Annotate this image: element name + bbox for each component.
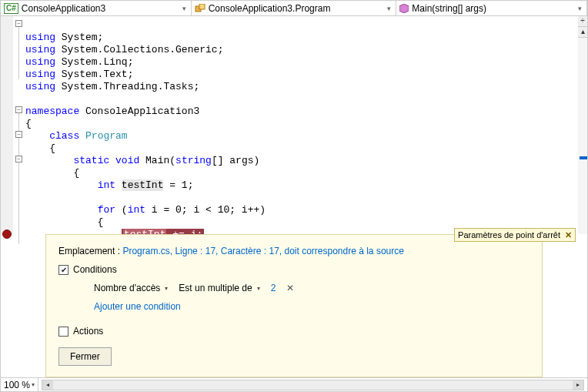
condition-op-combo[interactable]: Est un multiple de ▾ — [179, 283, 259, 293]
conditions-checkbox[interactable]: ✔ — [58, 265, 68, 275]
scroll-left-icon[interactable]: ◂ — [42, 380, 53, 390]
editor-footer: 100 % ▾ ◂ ▸ — [1, 377, 587, 391]
overview-ruler[interactable]: ÷ ▴ — [578, 16, 587, 234]
outline-gutter[interactable]: − − − − — [13, 16, 25, 234]
code-editor[interactable]: using System; using System.Collections.G… — [25, 16, 578, 234]
fold-box-icon[interactable]: − — [15, 106, 22, 113]
svg-marker-2 — [399, 4, 409, 13]
chevron-down-icon: ▾ — [32, 381, 35, 388]
condition-row: Nombre d'accès ▾ Est un multiple de ▾ 2 … — [94, 283, 530, 293]
condition-op-value: Est un multiple de — [179, 283, 252, 293]
nav-method-label: Main(string[] args) — [412, 3, 486, 14]
fold-box-icon[interactable]: − — [15, 131, 22, 138]
nav-method-combo[interactable]: Main(string[] args) ▾ — [396, 1, 587, 15]
zoom-value: 100 % — [4, 380, 30, 390]
nav-class-combo[interactable]: ConsoleApplication3.Program ▾ — [192, 1, 397, 15]
conditions-label: Conditions — [73, 264, 117, 275]
method-icon — [399, 4, 409, 13]
fold-box-icon[interactable]: − — [15, 20, 22, 27]
zoom-combo[interactable]: 100 % ▾ — [1, 378, 38, 391]
scroll-right-icon[interactable]: ▸ — [573, 380, 583, 390]
add-condition-link[interactable]: Ajouter une condition — [94, 301, 530, 312]
breakpoint-gutter[interactable] — [1, 16, 13, 234]
csharp-badge-icon: C# — [4, 3, 18, 14]
close-icon[interactable]: ✕ — [565, 230, 572, 240]
nav-class-label: ConsoleApplication3.Program — [209, 3, 331, 14]
scroll-up-icon[interactable]: ▴ — [578, 27, 587, 38]
condition-type-combo[interactable]: Nombre d'accès ▾ — [94, 283, 168, 293]
nav-project-combo[interactable]: C# ConsoleApplication3 ▾ — [1, 1, 192, 15]
nav-project-label: ConsoleApplication3 — [22, 3, 105, 14]
fold-box-icon[interactable]: − — [15, 156, 22, 162]
remove-condition-icon[interactable]: ✕ — [286, 283, 294, 293]
horizontal-scrollbar[interactable]: ◂ ▸ — [42, 380, 584, 390]
close-button[interactable]: Fermer — [58, 347, 112, 366]
nav-bar: C# ConsoleApplication3 ▾ ConsoleApplicat… — [1, 1, 587, 16]
class-icon — [195, 4, 205, 13]
chevron-down-icon[interactable]: ▾ — [181, 5, 188, 12]
location-link[interactable]: Program.cs, Ligne : 17, Caractère : 17, … — [122, 246, 404, 256]
chevron-down-icon[interactable]: ▾ — [386, 5, 393, 12]
chevron-down-icon: ▾ — [165, 285, 168, 292]
actions-label: Actions — [73, 326, 103, 337]
breakpoint-settings-panel: Emplacement : Program.cs, Ligne : 17, Ca… — [45, 234, 543, 377]
svg-rect-1 — [199, 4, 205, 9]
overview-marker — [580, 156, 587, 159]
actions-checkbox[interactable] — [58, 327, 68, 337]
chevron-down-icon: ▾ — [257, 285, 260, 292]
breakpoint-settings-header: Paramètres de point d'arrêt ✕ — [454, 228, 576, 242]
split-view-icon[interactable]: ÷ — [578, 16, 587, 27]
location-row: Emplacement : Program.cs, Ligne : 17, Ca… — [58, 246, 530, 256]
breakpoint-settings-title: Paramètres de point d'arrêt — [458, 230, 560, 240]
chevron-down-icon[interactable]: ▾ — [576, 5, 583, 12]
breakpoint-icon[interactable] — [2, 230, 12, 239]
condition-value[interactable]: 2 — [271, 283, 276, 293]
location-label: Emplacement : — [58, 246, 122, 256]
condition-type-value: Nombre d'accès — [94, 283, 160, 293]
